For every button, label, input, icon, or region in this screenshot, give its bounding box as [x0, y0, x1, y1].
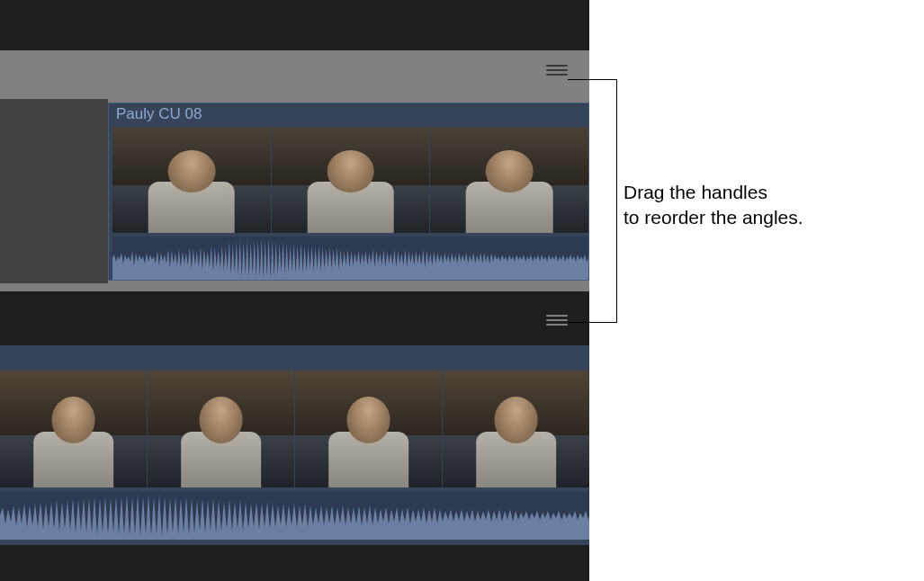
audio-waveform — [112, 237, 588, 280]
bottom-spacer — [0, 545, 589, 581]
callout-connector-line — [568, 79, 617, 80]
clip-thumbnail-strip[interactable] — [0, 371, 589, 487]
clip-thumbnail-frame — [443, 371, 589, 487]
video-clip[interactable]: Pauly CU 08 — [108, 103, 589, 281]
row-separator — [0, 291, 589, 302]
angle-row-body-2 — [0, 345, 589, 545]
callout-annotation: Drag the handles to reorder the angles. — [623, 180, 803, 231]
top-spacer — [0, 0, 589, 50]
clip-thumbnail-strip — [112, 127, 588, 233]
callout-connector-line — [616, 79, 617, 322]
angle-row-body-1: Pauly CU 08 — [0, 99, 589, 291]
callout-connector-line — [568, 322, 617, 323]
audio-waveform — [0, 491, 589, 540]
reorder-handle-icon[interactable] — [546, 65, 568, 76]
reorder-handle-icon[interactable] — [546, 315, 568, 326]
clip-thumbnail-frame — [112, 127, 271, 233]
clip-thumbnail-frame — [148, 371, 294, 487]
callout-text-line-2: to reorder the angles. — [623, 207, 803, 228]
clip-thumbnail-frame — [430, 127, 588, 233]
clip-title-label: Pauly CU 08 — [116, 105, 202, 123]
angle-row-header-2 — [0, 302, 589, 345]
clip-thumbnail-frame — [272, 127, 430, 233]
angle-row-header-1 — [0, 50, 589, 99]
clip-thumbnail-frame — [295, 371, 442, 487]
clip-thumbnail-frame — [0, 371, 147, 487]
angle-editor-panel: Pauly CU 08 — [0, 0, 589, 581]
empty-track-area — [0, 99, 108, 283]
callout-text-line-1: Drag the handles — [623, 182, 767, 202]
